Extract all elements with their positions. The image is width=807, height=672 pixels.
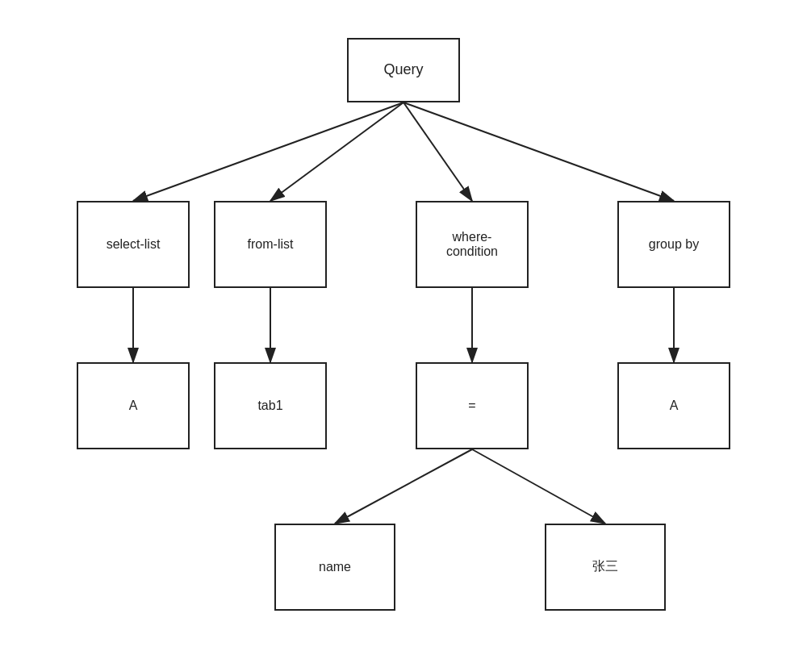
- node-group-by: group by: [617, 201, 730, 288]
- tree-diagram: Query select-list from-list where- condi…: [40, 22, 767, 651]
- svg-line-9: [335, 449, 472, 524]
- node-tab1: tab1: [214, 362, 327, 449]
- node-query: Query: [347, 38, 460, 102]
- node-zhangsan: 张三: [545, 524, 666, 611]
- node-a1-label: A: [129, 399, 138, 413]
- node-a2-label: A: [670, 399, 679, 413]
- svg-line-3: [404, 102, 472, 201]
- node-zhangsan-label: 张三: [592, 558, 618, 575]
- node-name: name: [274, 524, 395, 611]
- node-select-list: select-list: [77, 201, 190, 288]
- node-a1: A: [77, 362, 190, 449]
- node-select-list-label: select-list: [107, 237, 161, 252]
- svg-line-2: [270, 102, 404, 201]
- svg-line-10: [472, 449, 605, 524]
- svg-line-4: [404, 102, 674, 201]
- node-tab1-label: tab1: [257, 399, 282, 413]
- node-group-by-label: group by: [649, 237, 699, 252]
- node-name-label: name: [319, 560, 351, 574]
- node-query-label: Query: [383, 61, 423, 78]
- node-where-condition: where- condition: [416, 201, 529, 288]
- node-a2: A: [617, 362, 730, 449]
- node-where-condition-label: where- condition: [446, 230, 498, 259]
- svg-line-1: [133, 102, 404, 201]
- node-from-list-label: from-list: [248, 237, 294, 252]
- node-equals-label: =: [468, 399, 475, 413]
- node-from-list: from-list: [214, 201, 327, 288]
- node-equals: =: [416, 362, 529, 449]
